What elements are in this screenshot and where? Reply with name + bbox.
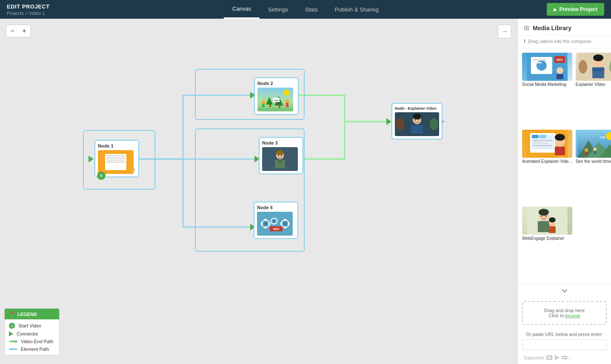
node-2[interactable]: Node 2 xyxy=(254,77,299,115)
svg-point-79 xyxy=(593,148,597,151)
svg-point-8 xyxy=(286,100,289,103)
svg-rect-65 xyxy=(540,135,546,138)
svg-rect-5 xyxy=(279,105,280,108)
svg-point-43 xyxy=(419,119,420,121)
node-3[interactable]: Node 3 xyxy=(259,137,303,174)
svg-point-59 xyxy=(579,60,587,74)
svg-point-45 xyxy=(430,118,438,130)
svg-rect-50 xyxy=(533,62,542,63)
supported-text: Supported: › xyxy=(518,353,611,364)
or-paste-label: Or paste URL below and press enter: xyxy=(518,329,611,339)
svg-rect-7 xyxy=(262,104,265,107)
legend-connector-label: Connector xyxy=(17,331,38,336)
svg-rect-35 xyxy=(284,227,286,228)
svg-rect-9 xyxy=(286,103,288,107)
media-label-5: WebEngage Explainer xyxy=(522,236,572,241)
panel-toggle-button[interactable]: → xyxy=(498,25,511,38)
node-2-thumb: Hello xyxy=(257,88,293,111)
node-4[interactable]: Node 4 xyxy=(254,202,298,239)
svg-rect-36 xyxy=(280,222,282,225)
drag-hint: ℹ Drag videos into the composer. xyxy=(518,36,611,48)
preview-button[interactable]: Preview Project xyxy=(547,3,604,16)
svg-point-40 xyxy=(413,114,421,119)
media-item-1[interactable]: SEO ⋮ Social Media Marketing xyxy=(522,53,572,126)
media-library-panel: ⊞ Media Library ℹ Drag videos into the c… xyxy=(517,19,611,364)
link-icon xyxy=(562,355,568,361)
media-label-1: Social Media Marketing xyxy=(522,82,572,87)
node-1-art-inner xyxy=(105,154,126,170)
zoom-out-button[interactable]: − xyxy=(6,25,18,37)
svg-point-48 xyxy=(537,60,547,71)
browse-link[interactable]: browse xyxy=(565,313,580,318)
svg-point-70 xyxy=(555,134,565,141)
media-library-header: ⊞ Media Library xyxy=(518,19,611,36)
svg-rect-34 xyxy=(284,219,286,221)
legend-start-icon: S xyxy=(9,323,15,329)
drop-text: Drag and drop here xyxy=(529,308,600,313)
media-grid: SEO ⋮ Social Media Marketing xyxy=(518,48,611,284)
svg-rect-91 xyxy=(547,356,552,359)
canvas-area[interactable]: − + → Node xyxy=(0,19,517,364)
chevron-down-icon xyxy=(561,287,568,294)
info-icon: ℹ xyxy=(524,38,525,44)
svg-rect-37 xyxy=(288,222,290,225)
media-label-4: See the world through... xyxy=(576,159,611,164)
media-library-title: Media Library xyxy=(533,25,571,31)
tab-stats[interactable]: Stats xyxy=(297,0,326,19)
svg-rect-66 xyxy=(533,140,553,141)
media-more-5[interactable]: ⋮ xyxy=(565,208,571,215)
tab-canvas[interactable]: Canvas xyxy=(224,0,260,19)
media-thumb-5: ⋮ xyxy=(522,207,572,235)
breadcrumb: Projects > Video 1 xyxy=(7,11,50,16)
media-item-2[interactable]: ⋮ Explainer Video xyxy=(576,53,611,126)
zoom-in-button[interactable]: + xyxy=(18,25,30,37)
media-item-3[interactable]: ⋮ Animated Explainer Vide... xyxy=(522,130,572,203)
svg-rect-78 xyxy=(585,152,588,155)
collapse-panel-button[interactable] xyxy=(518,284,611,297)
film-icon xyxy=(546,355,552,361)
legend-title: LEGEND xyxy=(17,312,37,317)
node-1[interactable]: Node 1 S xyxy=(94,140,139,177)
paste-url-input[interactable] xyxy=(522,339,607,350)
svg-rect-10 xyxy=(257,108,293,111)
zoom-controls: − + xyxy=(6,25,31,37)
media-thumb-1: SEO ⋮ xyxy=(522,53,572,81)
svg-point-29 xyxy=(273,220,275,222)
start-badge: S xyxy=(97,171,106,180)
svg-rect-41 xyxy=(411,125,423,134)
media-item-5[interactable]: ⋮ WebEngage Explainer xyxy=(522,207,572,280)
connections-svg xyxy=(0,19,517,364)
header: EDIT PROJECT Projects > Video 1 Canvas S… xyxy=(0,0,611,19)
media-more-1[interactable]: ⋮ xyxy=(565,54,571,61)
click-to-browse: Click to browse xyxy=(529,313,600,318)
svg-rect-67 xyxy=(533,142,548,144)
svg-text:TON: TON xyxy=(600,136,605,139)
tab-publish-sharing[interactable]: Publish & Sharing xyxy=(326,0,387,19)
node-4-label: Node 4 xyxy=(257,205,295,210)
media-thumb-3: ⋮ xyxy=(522,130,572,158)
svg-rect-4 xyxy=(269,104,271,107)
legend-item-start: S Start Video xyxy=(9,323,55,329)
arrow-right-icon: › xyxy=(569,355,571,360)
legend: 📍 LEGEND S Start Video Connector Video E… xyxy=(4,308,60,355)
legend-item-connector: Connector xyxy=(9,331,55,336)
node-explainer[interactable]: Node - Explainer Video xyxy=(391,103,443,139)
explainer-art xyxy=(395,112,439,136)
svg-rect-27 xyxy=(268,222,270,225)
node-explainer-thumb xyxy=(395,112,439,136)
node-2-art: Hello xyxy=(257,88,293,111)
svg-point-77 xyxy=(585,148,588,152)
connector-arrow-explainer xyxy=(386,118,391,125)
svg-point-1 xyxy=(283,90,289,96)
drag-hint-text: Drag videos into the composer. xyxy=(528,39,593,44)
drop-zone[interactable]: Drag and drop here Click to browse xyxy=(522,301,607,325)
title-group: EDIT PROJECT Projects > Video 1 xyxy=(7,3,50,16)
svg-point-16 xyxy=(276,150,284,155)
media-item-4[interactable]: TON ⋮ See the world through... xyxy=(576,130,611,203)
legend-pin-icon: 📍 xyxy=(9,311,15,317)
node-3-thumb xyxy=(262,147,298,171)
tab-settings[interactable]: Settings xyxy=(260,0,297,19)
legend-item-video-end: Video End Path xyxy=(9,339,55,344)
main-nav: Canvas Settings Stats Publish & Sharing xyxy=(224,0,387,19)
media-more-3[interactable]: ⋮ xyxy=(565,131,571,138)
